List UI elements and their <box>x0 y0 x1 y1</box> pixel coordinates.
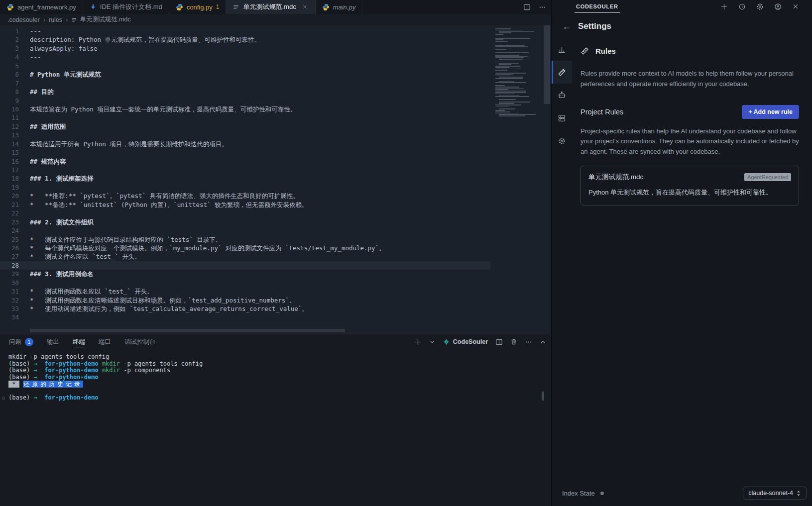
code-text: --- <box>30 53 41 61</box>
code-line[interactable]: 30 <box>0 279 551 287</box>
code-line[interactable]: 21* **备选:** `unittest` (Python 内置)。`unit… <box>0 201 551 209</box>
code-line[interactable]: 12## 适用范围 <box>0 122 551 131</box>
history-icon[interactable] <box>738 3 746 10</box>
settings-nav-server[interactable] <box>552 106 572 129</box>
terminal-prompt-marker-icon: ○ <box>2 395 5 402</box>
panel-tab[interactable]: 输出 <box>47 334 59 349</box>
code-line[interactable]: 10本规范旨在为 Python 项目建立一套统一的单元测试标准，提高代码质量、可… <box>0 105 551 113</box>
new-terminal-icon[interactable] <box>414 338 422 346</box>
code-text: description: Python 单元测试规范，旨在提高代码质量、可维护性… <box>30 35 260 44</box>
panel-tab[interactable]: 端口 <box>99 334 111 349</box>
code-line[interactable]: 1--- <box>0 27 551 35</box>
terminal-session[interactable]: CodeSouler <box>443 338 488 346</box>
settings-nav <box>552 38 572 487</box>
rule-card[interactable]: 单元测试规范.mdc AgentRequested Python 单元测试规范，… <box>580 166 799 205</box>
terminal-output[interactable]: mkdir -p agents tools config(base) → for… <box>0 349 551 506</box>
code-text: * **推荐:** `pytest`。`pytest` 具有简洁的语法、强大的插… <box>30 192 299 200</box>
code-line[interactable]: 20* **推荐:** `pytest`。`pytest` 具有简洁的语法、强大… <box>0 192 551 200</box>
model-selector-value: claude-sonnet-4 <box>748 490 793 497</box>
editor-tab-badge: 1 <box>216 3 220 10</box>
code-line[interactable]: 25* 测试文件应位于与源代码目录结构相对应的 `tests` 目录下。 <box>0 235 551 244</box>
code-line[interactable]: 29### 3. 测试用例命名 <box>0 270 551 278</box>
terminal-line: mkdir -p agents tools config <box>8 354 551 361</box>
add-new-rule-button[interactable]: + Add new rule <box>742 105 799 119</box>
split-terminal-icon[interactable] <box>495 338 503 346</box>
code-line[interactable]: 19 <box>0 183 551 192</box>
close-sidebar-icon[interactable] <box>792 3 799 10</box>
maximize-panel-icon[interactable] <box>540 339 546 345</box>
code-line[interactable]: 3alwaysApply: false <box>0 44 551 53</box>
code-line[interactable]: 9 <box>0 97 551 105</box>
ruler-icon <box>558 68 566 77</box>
code-line[interactable]: 24 <box>0 226 551 235</box>
terminal-line: (base) → for-python-demo <box>8 374 551 381</box>
code-line[interactable]: 17 <box>0 166 551 174</box>
editor-vertical-scrollbar-thumb[interactable] <box>544 25 550 104</box>
editor-tab[interactable]: IDE 插件设计文档.md <box>83 0 169 14</box>
code-text: 本规范旨在为 Python 项目建立一套统一的单元测试标准，提高代码质量、可维护… <box>30 105 296 113</box>
line-number: 26 <box>0 244 19 252</box>
code-line[interactable]: 13 <box>0 131 551 139</box>
editor-tab[interactable]: agent_framework.py <box>0 0 83 14</box>
editor-tab[interactable]: config.py1 <box>169 0 227 14</box>
terminal-dropdown-icon[interactable] <box>429 339 435 345</box>
settings-gear-icon[interactable] <box>756 3 764 10</box>
new-chat-icon[interactable] <box>720 3 728 10</box>
line-number: 8 <box>0 88 19 96</box>
code-line[interactable]: 28 <box>0 261 551 270</box>
code-line[interactable]: 16## 规范内容 <box>0 157 551 166</box>
code-line[interactable]: 26* 每个源代码模块应对应一个测试模块。例如，`my_module.py` 对… <box>0 244 551 252</box>
breadcrumb-item[interactable]: 单元测试规范.mdc <box>71 15 130 24</box>
problems-count-badge: 1 <box>25 338 33 346</box>
code-line[interactable]: 32* 测试用例函数名应清晰描述测试目标和场景。例如，`test_add_pos… <box>0 296 551 304</box>
panel-tab[interactable]: 终端 <box>73 334 85 349</box>
bottom-panel: 问题1输出终端端口调试控制台 CodeSouler mkdir -p agent <box>0 334 551 506</box>
rules-heading: Rules <box>580 47 799 55</box>
minimap[interactable] <box>490 25 543 334</box>
code-text: * 测试用例函数名应以 `test_` 开头。 <box>30 287 153 296</box>
code-line[interactable]: 27* 测试文件名应以 `test_` 开头。 <box>0 252 551 261</box>
settings-nav-gear[interactable] <box>552 129 572 152</box>
editor-horizontal-scrollbar-thumb[interactable] <box>30 329 345 332</box>
settings-nav-robot[interactable] <box>552 84 572 106</box>
breadcrumb-item[interactable]: rules <box>49 16 62 23</box>
editor-tab-label: 单元测试规范.mdc <box>243 2 296 11</box>
code-line[interactable]: 15 <box>0 148 551 157</box>
code-line[interactable]: 31* 测试用例函数名应以 `test_` 开头。 <box>0 287 551 296</box>
breadcrumb-item[interactable]: .codesouler <box>7 16 40 23</box>
code-line[interactable]: 23### 2. 测试文件组织 <box>0 218 551 226</box>
code-editor[interactable]: 1---2description: Python 单元测试规范，旨在提高代码质量… <box>0 25 551 334</box>
close-tab-icon[interactable] <box>301 3 309 11</box>
kill-terminal-icon[interactable] <box>510 338 517 345</box>
panel-tab[interactable]: 问题1 <box>9 334 33 349</box>
panel-tab[interactable]: 调试控制台 <box>124 334 156 349</box>
editor-column: agent_framework.pyIDE 插件设计文档.mdconfig.py… <box>0 0 551 506</box>
settings-title: Settings <box>578 21 611 31</box>
rule-card-header: 单元测试规范.mdc AgentRequested <box>588 173 791 182</box>
editor-vertical-scrollbar[interactable] <box>543 25 551 334</box>
split-editor-icon[interactable] <box>523 3 531 11</box>
code-line[interactable]: 22 <box>0 209 551 217</box>
back-arrow-icon[interactable]: ← <box>562 22 571 31</box>
code-line[interactable]: 8## 目的 <box>0 88 551 96</box>
model-selector[interactable]: claude-sonnet-4 <box>743 487 807 500</box>
code-line[interactable]: 7 <box>0 79 551 88</box>
editor-tab[interactable]: main.py <box>316 0 363 14</box>
sidebar-title-tab[interactable]: CODESOULER <box>575 0 620 13</box>
code-line[interactable]: 18### 1. 测试框架选择 <box>0 174 551 183</box>
settings-nav-ruler[interactable] <box>552 61 572 84</box>
code-line[interactable]: 14本规范适用于所有 Python 项目，特别是需要长期维护和迭代的项目。 <box>0 140 551 148</box>
code-line[interactable]: 33* 使用动词描述测试行为，例如 `test_calculate_averag… <box>0 304 551 313</box>
code-line[interactable]: 11 <box>0 113 551 122</box>
more-actions-icon[interactable] <box>539 3 546 11</box>
account-icon[interactable] <box>774 3 782 10</box>
line-number: 33 <box>0 304 19 313</box>
code-line[interactable]: 5 <box>0 62 551 70</box>
panel-more-icon[interactable] <box>525 338 532 346</box>
code-line[interactable]: 34 <box>0 313 551 321</box>
code-line[interactable]: 4--- <box>0 53 551 61</box>
code-line[interactable]: 6# Python 单元测试规范 <box>0 70 551 79</box>
code-line[interactable]: 2description: Python 单元测试规范，旨在提高代码质量、可维护… <box>0 35 551 44</box>
editor-tab[interactable]: 单元测试规范.mdc <box>226 0 315 14</box>
settings-nav-bar-chart[interactable] <box>552 38 572 61</box>
